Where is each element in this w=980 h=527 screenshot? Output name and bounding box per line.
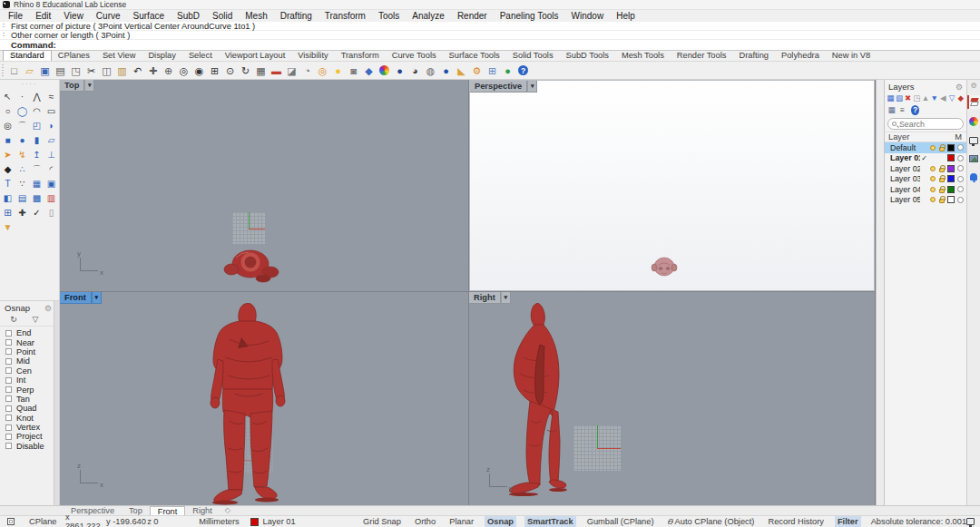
- layer-color-swatch[interactable]: [947, 154, 955, 161]
- layer-color-swatch[interactable]: [947, 175, 955, 182]
- toolbar-tab[interactable]: Standard: [3, 50, 52, 61]
- toolbar-tab[interactable]: Polyhedra: [775, 51, 826, 61]
- undo-icon[interactable]: ↶: [131, 63, 144, 78]
- osnap-checkbox[interactable]: [5, 377, 12, 384]
- toolbar-tab[interactable]: New in V8: [826, 51, 877, 61]
- list-view-icon[interactable]: ≡: [898, 104, 906, 116]
- raytrace-icon[interactable]: ◍: [424, 63, 437, 78]
- toolbar-tab[interactable]: Render Tools: [671, 51, 733, 61]
- layer-color-swatch[interactable]: [947, 186, 955, 193]
- layer-material-circle[interactable]: [957, 165, 964, 171]
- save-icon[interactable]: ▣: [38, 63, 52, 78]
- menu-item[interactable]: Tools: [372, 10, 406, 22]
- export-icon[interactable]: ◳: [69, 63, 83, 78]
- circle-center-icon[interactable]: ◎: [1, 119, 15, 132]
- menu-item[interactable]: Render: [451, 10, 494, 22]
- control-curve-icon[interactable]: ≈: [44, 90, 58, 103]
- viewport-top[interactable]: y x Top ▾: [60, 80, 468, 291]
- smarttrack-icon[interactable]: ◎: [316, 63, 329, 78]
- layer-row[interactable]: Layer 01 ✓: [885, 153, 966, 164]
- layer-row[interactable]: Layer 03 ✓: [885, 174, 966, 185]
- menu-item[interactable]: Solid: [206, 10, 239, 22]
- notifications-panel-tab[interactable]: [967, 171, 980, 183]
- layer-tools-icon[interactable]: ◆: [956, 93, 965, 104]
- layer-material-circle[interactable]: [957, 197, 964, 203]
- osnap-checkbox[interactable]: [5, 358, 12, 365]
- search-input[interactable]: [899, 120, 959, 129]
- help-icon[interactable]: ?: [518, 65, 528, 75]
- move-icon[interactable]: ⊕: [162, 63, 175, 78]
- viewport-menu-arrow[interactable]: ▾: [92, 292, 102, 304]
- layer-visibility-bulb-icon[interactable]: [930, 166, 936, 171]
- osnap-checkbox[interactable]: [5, 367, 12, 374]
- pan-icon[interactable]: ✚: [146, 63, 160, 78]
- panel-splitter[interactable]: [876, 80, 885, 505]
- fillet-icon[interactable]: ◜: [44, 162, 58, 176]
- units-selector[interactable]: Millimeters: [199, 517, 250, 526]
- toolbar-tab[interactable]: Set View: [96, 51, 142, 61]
- status-toggle[interactable]: Osnap: [485, 516, 516, 527]
- flash-icon[interactable]: ↯: [15, 148, 29, 161]
- new-viewport-tab-button[interactable]: ◇: [220, 506, 236, 515]
- hide-object-icon[interactable]: ◔: [300, 63, 314, 78]
- osnap-checkbox[interactable]: [5, 425, 12, 431]
- gumball-icon[interactable]: ✚: [15, 206, 29, 220]
- viewport-perspective[interactable]: Perspective ▾: [469, 80, 875, 291]
- pushpin-icon[interactable]: ➤: [1, 148, 15, 161]
- status-toggle[interactable]: Planar: [446, 516, 476, 527]
- menu-item[interactable]: SubD: [171, 10, 206, 22]
- select-arrow-icon[interactable]: ↖: [1, 90, 15, 103]
- toolbar-tab[interactable]: Curve Tools: [386, 51, 443, 61]
- viewport-menu-arrow[interactable]: ▾: [527, 81, 537, 93]
- layer-color-swatch[interactable]: [947, 165, 955, 172]
- circle-icon[interactable]: ○: [1, 104, 15, 118]
- menu-item[interactable]: Mesh: [239, 10, 273, 22]
- delete-layer-icon[interactable]: ✖: [904, 93, 912, 104]
- viewport-right-label[interactable]: Right ▾: [469, 292, 511, 304]
- grid-array-icon[interactable]: ▩: [30, 191, 44, 205]
- menu-item[interactable]: File: [2, 10, 29, 22]
- flag-icon[interactable]: ◣: [455, 63, 468, 78]
- status-toggle[interactable]: SmartTrack: [524, 516, 576, 527]
- current-layer-indicator[interactable]: Layer 01: [250, 517, 318, 526]
- paint-bucket-icon[interactable]: ▼: [1, 220, 15, 234]
- menu-item[interactable]: Transform: [318, 10, 372, 22]
- osnap-checkbox[interactable]: [5, 339, 12, 346]
- extrude-icon[interactable]: ↥: [30, 148, 44, 161]
- osnap-checkbox[interactable]: [5, 405, 12, 412]
- layer-visibility-bulb-icon[interactable]: [930, 145, 936, 151]
- arc-icon[interactable]: ◠: [30, 104, 44, 118]
- osnap-checkbox[interactable]: [5, 443, 12, 449]
- layer-material-circle[interactable]: [957, 144, 964, 151]
- viewport-right[interactable]: z y Right ▾: [469, 292, 875, 505]
- ellipse-icon[interactable]: ◯: [15, 104, 29, 118]
- molecule-icon[interactable]: ∴: [15, 162, 29, 176]
- menu-item[interactable]: Help: [610, 10, 642, 22]
- osnap-checkbox[interactable]: [5, 330, 12, 337]
- status-toggle[interactable]: Ortho: [412, 516, 438, 527]
- viewport-panel-tab[interactable]: [967, 134, 980, 147]
- layer-row[interactable]: Layer 04 ✓: [885, 184, 966, 195]
- layer-lock-icon[interactable]: [939, 199, 945, 203]
- viewport-perspective-label[interactable]: Perspective ▾: [470, 81, 537, 93]
- osnap-checkbox[interactable]: [5, 348, 12, 355]
- zoom-window-icon[interactable]: ⊞: [208, 63, 221, 78]
- layer-visibility-bulb-icon[interactable]: [930, 197, 936, 202]
- drop-icon[interactable]: ◆: [1, 162, 15, 176]
- status-toggle[interactable]: Filter: [835, 516, 861, 527]
- osnap-checkbox[interactable]: [5, 415, 12, 421]
- layer-lock-icon[interactable]: [939, 178, 945, 182]
- viewport-front[interactable]: z x Front ▾: [60, 292, 468, 505]
- cylinder-icon[interactable]: ▮: [30, 133, 44, 147]
- display-panel-tab[interactable]: [967, 114, 980, 129]
- render-preview-icon[interactable]: ◕: [408, 63, 422, 78]
- point-icon[interactable]: ·: [15, 90, 29, 103]
- move-down-icon[interactable]: ▼: [930, 93, 938, 104]
- menu-item[interactable]: Drafting: [274, 10, 318, 22]
- status-toggle[interactable]: Grid Snap: [360, 516, 404, 527]
- layer-lock-icon[interactable]: [939, 147, 945, 151]
- toolbar-tab[interactable]: Viewport Layout: [219, 51, 292, 61]
- layer-color-swatch[interactable]: [947, 144, 955, 151]
- patch-icon[interactable]: ◰: [30, 119, 44, 132]
- toolbar-tab[interactable]: Display: [142, 51, 181, 61]
